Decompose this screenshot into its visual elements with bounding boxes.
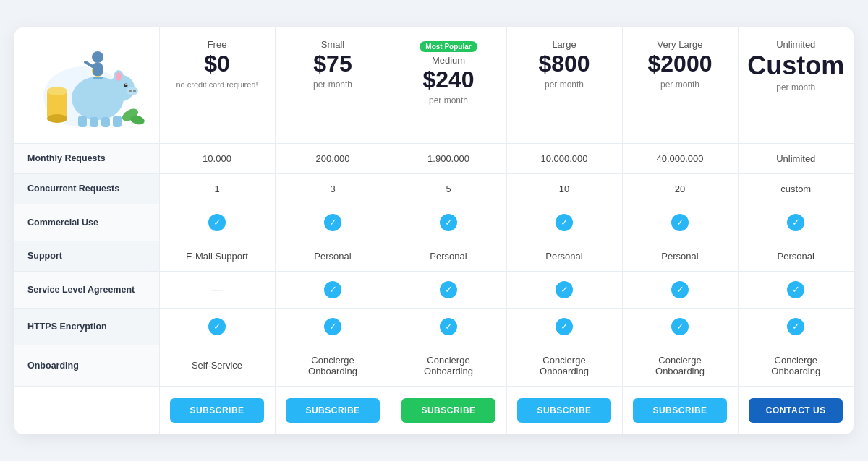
cell-value: ConciergeOnboarding xyxy=(771,355,820,376)
cell-small-monthly_requests: 200.000 xyxy=(275,143,391,173)
cell-value: custom xyxy=(780,184,811,194)
subscribe-cell-medium: SUBSCRIBE xyxy=(391,386,506,434)
subscribe-button-unlimited[interactable]: CONTACT US xyxy=(749,398,843,423)
cell-unlimited-support: Personal xyxy=(738,241,854,271)
subscribe-cell-small: SUBSCRIBE xyxy=(275,386,391,434)
cell-free-https: ✓ xyxy=(159,308,275,345)
cell-very-large-sla: ✓ xyxy=(622,271,738,308)
svg-rect-17 xyxy=(93,77,103,79)
check-icon: ✓ xyxy=(671,214,689,231)
dash-icon: — xyxy=(211,283,223,296)
svg-line-22 xyxy=(85,62,93,66)
plan-period: per month xyxy=(630,79,731,90)
cell-medium-support: Personal xyxy=(391,241,506,271)
plan-size-free: Free xyxy=(167,39,268,50)
cell-value: 3 xyxy=(330,184,335,194)
subscribe-button-small[interactable]: SUBSCRIBE xyxy=(286,398,380,423)
subscribe-button-row: SUBSCRIBE SUBSCRIBE SUBSCRIBE SUBSCRIBE … xyxy=(14,386,854,434)
check-icon: ✓ xyxy=(787,214,804,231)
subscribe-button-medium[interactable]: SUBSCRIBE xyxy=(401,398,495,423)
illustration xyxy=(29,39,145,133)
svg-point-7 xyxy=(116,72,122,81)
cell-small-https: ✓ xyxy=(275,308,391,345)
check-icon: ✓ xyxy=(556,281,573,298)
cell-value: 40.000.000 xyxy=(656,153,703,164)
cell-value: Personal xyxy=(778,251,814,262)
plan-period: per month xyxy=(514,79,615,90)
cell-medium-https: ✓ xyxy=(391,308,506,345)
cell-very-large-monthly_requests: 40.000.000 xyxy=(622,143,738,173)
cell-unlimited-https: ✓ xyxy=(738,308,854,345)
cell-large-sla: ✓ xyxy=(506,271,622,308)
cell-value: 10.000.000 xyxy=(540,153,587,164)
cell-value: 200.000 xyxy=(316,153,350,164)
check-icon: ✓ xyxy=(671,318,689,335)
svg-point-3 xyxy=(47,114,67,123)
svg-point-8 xyxy=(127,87,138,95)
cell-unlimited-concurrent_requests: custom xyxy=(738,173,854,204)
cell-free-support: E-Mail Support xyxy=(159,241,275,271)
check-icon: ✓ xyxy=(787,318,804,335)
plan-size-very-large: Very Large xyxy=(630,39,731,50)
subscribe-cell-unlimited: CONTACT US xyxy=(738,386,854,434)
cell-unlimited-onboarding: ConciergeOnboarding xyxy=(738,345,854,386)
svg-point-9 xyxy=(129,90,132,92)
subscribe-button-free[interactable]: SUBSCRIBE xyxy=(170,398,264,423)
cell-value: Personal xyxy=(545,251,582,262)
pricing-table: Free $0 no credit card required! Small $… xyxy=(14,27,854,434)
cell-free-sla: — xyxy=(159,271,275,308)
most-popular-badge: Most Popular xyxy=(399,39,499,55)
cell-very-large-onboarding: ConciergeOnboarding xyxy=(622,345,738,386)
svg-rect-14 xyxy=(90,117,98,127)
cell-large-commercial_use: ✓ xyxy=(506,204,622,241)
svg-rect-15 xyxy=(101,117,110,127)
plan-header-large: Large $800 per month xyxy=(506,27,622,144)
plan-size-unlimited: Unlimited xyxy=(746,39,847,50)
feature-label-support: Support xyxy=(14,241,159,271)
feature-row-commercial_use: Commercial Use✓✓✓✓✓✓ xyxy=(14,204,854,241)
cell-unlimited-sla: ✓ xyxy=(738,271,854,308)
cell-medium-sla: ✓ xyxy=(391,271,506,308)
check-icon: ✓ xyxy=(208,318,226,335)
cell-value: ConciergeOnboarding xyxy=(424,355,473,376)
cell-value: Unlimited xyxy=(776,153,815,164)
svg-rect-13 xyxy=(78,116,87,127)
cell-free-monthly_requests: 10.000 xyxy=(159,143,275,173)
svg-rect-16 xyxy=(113,116,122,127)
feature-label-concurrent_requests: Concurrent Requests xyxy=(14,173,159,204)
check-icon: ✓ xyxy=(556,318,573,335)
cell-very-large-commercial_use: ✓ xyxy=(622,204,738,241)
feature-label-sla: Service Level Agreement xyxy=(14,271,159,308)
cell-value: 1 xyxy=(214,184,219,194)
check-icon: ✓ xyxy=(556,214,573,231)
cell-value: Personal xyxy=(430,251,467,262)
subscribe-button-very-large[interactable]: SUBSCRIBE xyxy=(633,398,727,423)
check-icon: ✓ xyxy=(324,281,341,298)
cell-value: E-Mail Support xyxy=(186,251,248,262)
cell-small-onboarding: ConciergeOnboarding xyxy=(275,345,391,386)
svg-point-10 xyxy=(133,90,136,92)
cell-value: Personal xyxy=(314,251,351,262)
cell-value: 1.900.000 xyxy=(427,153,469,164)
plan-header-small: Small $75 per month xyxy=(275,27,391,144)
check-icon: ✓ xyxy=(671,281,689,298)
plan-price-large: $800 xyxy=(514,51,615,77)
feature-row-monthly_requests: Monthly Requests10.000200.0001.900.00010… xyxy=(14,143,854,173)
feature-row-onboarding: OnboardingSelf-ServiceConciergeOnboardin… xyxy=(14,345,854,386)
subscribe-button-large[interactable]: SUBSCRIBE xyxy=(517,398,611,423)
plan-price-free: $0 xyxy=(167,51,268,77)
cell-medium-concurrent_requests: 5 xyxy=(391,173,506,204)
cell-large-concurrent_requests: 10 xyxy=(506,173,622,204)
svg-point-20 xyxy=(92,51,103,63)
cell-free-commercial_use: ✓ xyxy=(159,204,275,241)
cell-value: 10.000 xyxy=(203,153,231,164)
plan-header-medium: Most Popular Medium $240 per month xyxy=(391,27,506,144)
feature-label-onboarding: Onboarding xyxy=(14,345,159,386)
plan-price-small: $75 xyxy=(283,51,383,77)
subscribe-cell-large: SUBSCRIBE xyxy=(506,386,622,434)
cell-unlimited-commercial_use: ✓ xyxy=(738,204,854,241)
header-row: Free $0 no credit card required! Small $… xyxy=(14,27,854,144)
svg-point-2 xyxy=(47,87,67,95)
plan-price-very-large: $2000 xyxy=(630,51,731,77)
cell-very-large-https: ✓ xyxy=(622,308,738,345)
